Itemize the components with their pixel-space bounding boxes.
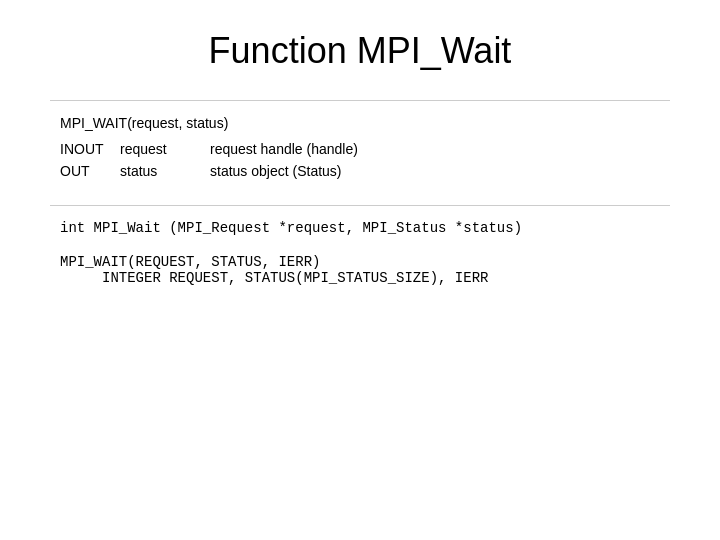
param-desc-0: request handle (handle) <box>210 141 670 157</box>
param-name-1: status <box>120 163 210 179</box>
fortran-line-1: INTEGER REQUEST, STATUS(MPI_STATUS_SIZE)… <box>60 270 670 286</box>
function-signature: MPI_WAIT(request, status) <box>60 115 670 131</box>
params-table: INOUT request request handle (handle) OU… <box>60 141 670 185</box>
fortran-block: MPI_WAIT(REQUEST, STATUS, IERR) INTEGER … <box>60 254 670 286</box>
table-row: OUT status status object (Status) <box>60 163 670 179</box>
page-title: Function MPI_Wait <box>50 30 670 72</box>
table-row: INOUT request request handle (handle) <box>60 141 670 157</box>
c-signature: int MPI_Wait (MPI_Request *request, MPI_… <box>60 220 670 236</box>
divider-bottom <box>50 205 670 206</box>
page-container: Function MPI_Wait MPI_WAIT(request, stat… <box>0 0 720 540</box>
param-direction-1: OUT <box>60 163 120 179</box>
divider-top <box>50 100 670 101</box>
param-direction-0: INOUT <box>60 141 120 157</box>
param-name-0: request <box>120 141 210 157</box>
param-desc-1: status object (Status) <box>210 163 670 179</box>
fortran-line-0: MPI_WAIT(REQUEST, STATUS, IERR) <box>60 254 670 270</box>
